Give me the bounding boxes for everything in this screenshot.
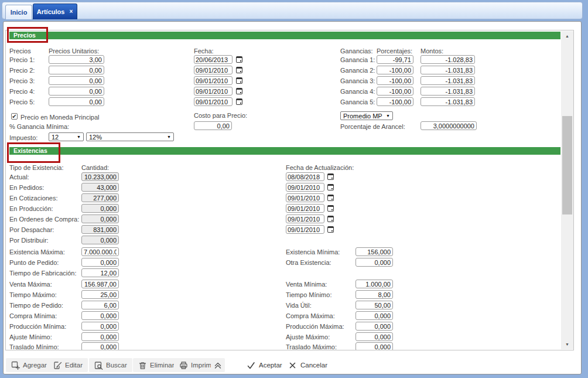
- moneda-principal-checkbox[interactable]: ✔: [11, 113, 18, 120]
- ganancia-5-monto-input[interactable]: [421, 97, 475, 106]
- punto-pedido-input[interactable]: [81, 258, 119, 267]
- calendar-icon[interactable]: [327, 183, 335, 191]
- produccion-maxima-input[interactable]: [355, 322, 393, 331]
- calendar-icon[interactable]: [327, 194, 335, 202]
- tiempo-fabricacion-input[interactable]: [81, 268, 119, 277]
- venta-maxima-label: Venta Máxima:: [9, 281, 52, 288]
- tab-inicio[interactable]: Inicio: [5, 5, 32, 19]
- ganancia-3-pct-input[interactable]: [377, 76, 413, 85]
- ganancia-5-pct-input[interactable]: [377, 97, 413, 106]
- chevron-double-up-icon: [213, 361, 223, 370]
- costo-para-precio-label: Costo para Precio:: [194, 112, 247, 119]
- venta-minima-input[interactable]: [355, 280, 393, 288]
- tab-articulos[interactable]: Artículos ×: [33, 4, 77, 19]
- costo-para-precio-input[interactable]: [194, 121, 232, 130]
- calendar-icon[interactable]: [327, 215, 335, 223]
- calendar-icon[interactable]: [236, 87, 244, 95]
- agregar-label: Agregar: [23, 362, 47, 369]
- costo-select-value: Promedio MP: [341, 113, 384, 120]
- ajuste-minimo-input[interactable]: [81, 332, 119, 341]
- impuesto-desc-select[interactable]: 12% ▼: [86, 132, 174, 141]
- en-ordenes-compra-cantidad-input[interactable]: [81, 214, 119, 223]
- tiempo-minimo-label: Tiempo Mínimo:: [286, 291, 331, 298]
- ganancia-1-monto-input[interactable]: [421, 55, 475, 64]
- tiempo-maximo-label: Tiempo Máximo:: [9, 291, 57, 298]
- collapse-toolbar-button[interactable]: [211, 358, 225, 372]
- ganancia-4-pct-input[interactable]: [377, 87, 413, 96]
- tiempo-maximo-input[interactable]: [81, 290, 119, 299]
- ganancia-2-monto-input[interactable]: [421, 66, 475, 74]
- otra-existencia-input[interactable]: [355, 258, 393, 267]
- costo-select[interactable]: Promedio MP ▼: [340, 111, 393, 120]
- tiempo-minimo-input[interactable]: [355, 290, 393, 299]
- calendar-icon[interactable]: [236, 56, 244, 63]
- calendar-icon[interactable]: [236, 66, 244, 74]
- aceptar-button[interactable]: Aceptar: [247, 358, 282, 372]
- en-cotizaciones-fecha-input[interactable]: [286, 193, 324, 202]
- vida-util-input[interactable]: [355, 301, 393, 309]
- por-distribuir-cantidad-input[interactable]: [81, 236, 119, 244]
- existencia-minima-input[interactable]: [355, 247, 393, 256]
- calendar-icon[interactable]: [327, 173, 335, 181]
- tiempo-fabricacion-label: Tiempo de Fabricación:: [9, 270, 77, 277]
- fecha-5-input[interactable]: [194, 97, 233, 106]
- impuesto-code-select[interactable]: 12 ▼: [49, 132, 84, 141]
- tiempo-pedido-input[interactable]: [81, 301, 119, 309]
- precio-2-input[interactable]: [49, 66, 104, 74]
- actual-fecha-input[interactable]: [286, 172, 324, 181]
- calendar-icon[interactable]: [236, 98, 244, 105]
- ganancia-2-pct-input[interactable]: [377, 66, 413, 74]
- precio-1-input[interactable]: [49, 55, 104, 64]
- calendar-icon[interactable]: [327, 226, 335, 233]
- ganancia-4-label: Ganancia 4:: [340, 88, 375, 95]
- traslado-minimo-input[interactable]: [81, 342, 119, 350]
- impuesto-desc-value: 12%: [87, 134, 165, 141]
- existencia-minima-label: Existencia Mínima:: [286, 248, 340, 256]
- por-despachar-fecha-input[interactable]: [286, 225, 324, 234]
- en-pedidos-fecha-input[interactable]: [286, 183, 324, 192]
- venta-maxima-input[interactable]: [81, 280, 119, 288]
- ganancia-4-monto-input[interactable]: [421, 87, 475, 96]
- scroll-up-icon[interactable]: ▲: [561, 31, 573, 41]
- compra-maxima-input[interactable]: [355, 311, 393, 320]
- en-ordenes-compra-label: En Ordenes de Compra:: [9, 216, 79, 223]
- produccion-minima-input[interactable]: [81, 322, 119, 331]
- fecha-4-input[interactable]: [194, 87, 233, 96]
- existencias-section-header: Existencias: [9, 147, 560, 155]
- calendar-icon[interactable]: [327, 205, 335, 212]
- fecha-1-input[interactable]: [194, 55, 233, 64]
- annotation-box-precios: [7, 27, 48, 43]
- agregar-button[interactable]: Agregar: [6, 358, 52, 372]
- precio-5-input[interactable]: [49, 97, 104, 106]
- fecha-2-input[interactable]: [194, 66, 233, 74]
- vertical-scrollbar[interactable]: ▲ ▼: [561, 31, 573, 349]
- ganancia-5-label: Ganancia 5:: [340, 98, 375, 105]
- close-tab-icon[interactable]: ×: [69, 9, 73, 15]
- existencia-maxima-input[interactable]: [81, 247, 119, 256]
- por-distribuir-label: Por Distribuir:: [9, 237, 49, 244]
- en-ordenes-compra-fecha-input[interactable]: [286, 214, 324, 223]
- scrollbar-thumb[interactable]: [562, 116, 572, 214]
- arancel-input[interactable]: [421, 121, 477, 130]
- cancelar-button[interactable]: Cancelar: [288, 358, 327, 372]
- traslado-maximo-input[interactable]: [355, 342, 393, 350]
- eliminar-button[interactable]: Eliminar: [133, 358, 180, 372]
- buscar-button[interactable]: Buscar: [89, 358, 132, 372]
- en-produccion-fecha-input[interactable]: [286, 204, 324, 213]
- compra-minima-input[interactable]: [81, 311, 119, 320]
- ganancia-3-monto-input[interactable]: [421, 76, 475, 85]
- en-cotizaciones-cantidad-input[interactable]: [81, 193, 119, 202]
- en-produccion-cantidad-input[interactable]: [81, 204, 119, 213]
- ganancia-1-pct-input[interactable]: [377, 55, 413, 64]
- col-fecha: Fecha:: [194, 47, 214, 55]
- en-pedidos-cantidad-input[interactable]: [81, 183, 119, 192]
- ajuste-maximo-input[interactable]: [355, 332, 393, 341]
- por-despachar-cantidad-input[interactable]: [81, 225, 119, 234]
- precio-4-input[interactable]: [49, 87, 104, 96]
- fecha-3-input[interactable]: [194, 76, 233, 85]
- precio-3-input[interactable]: [49, 76, 104, 85]
- calendar-icon[interactable]: [236, 77, 244, 84]
- actual-cantidad-input[interactable]: [81, 172, 119, 181]
- scroll-down-icon[interactable]: ▼: [561, 339, 573, 349]
- editar-button[interactable]: Editar: [48, 358, 88, 372]
